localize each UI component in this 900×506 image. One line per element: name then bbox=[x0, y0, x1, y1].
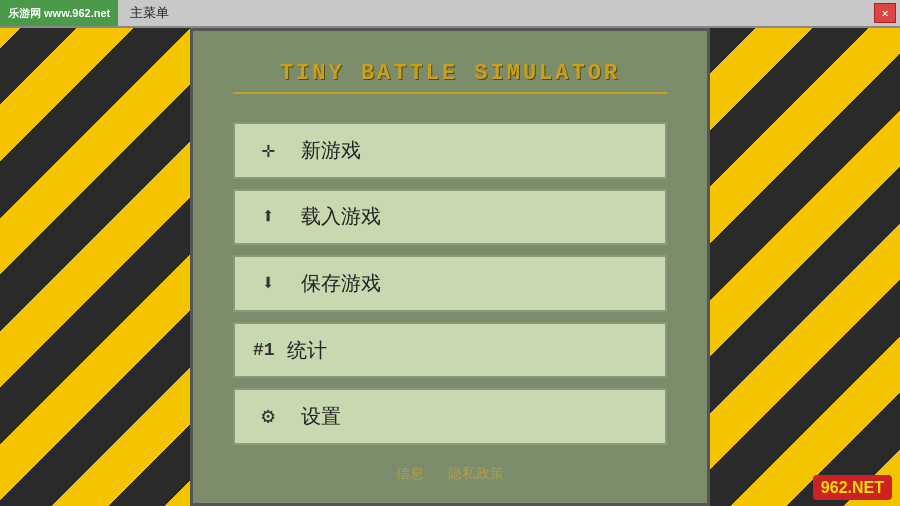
new-game-button[interactable]: ✛ 新游戏 bbox=[233, 122, 667, 179]
main-dialog: Tiny Battle Simulator ✛ 新游戏 ⬆ 载入游戏 ⬇ 保存游… bbox=[190, 28, 710, 506]
corner-logo-right: 962.NET bbox=[813, 479, 892, 498]
game-title: Tiny Battle Simulator bbox=[233, 61, 667, 94]
privacy-link[interactable]: 隐私政策 bbox=[448, 465, 504, 483]
settings-button[interactable]: ⚙ 设置 bbox=[233, 388, 667, 445]
settings-label: 设置 bbox=[301, 403, 341, 430]
title-bar-logo: 乐游网 www.962.net bbox=[0, 0, 118, 26]
window-title: 主菜单 bbox=[130, 4, 169, 22]
load-game-label: 载入游戏 bbox=[301, 203, 381, 230]
new-game-icon: ✛ bbox=[253, 137, 283, 164]
new-game-label: 新游戏 bbox=[301, 137, 361, 164]
save-game-button[interactable]: ⬇ 保存游戏 bbox=[233, 255, 667, 312]
footer-links: 信息 隐私政策 bbox=[396, 455, 504, 483]
logo-962-badge: 962.NET bbox=[813, 475, 892, 500]
save-game-label: 保存游戏 bbox=[301, 270, 381, 297]
close-button[interactable]: ✕ bbox=[874, 3, 896, 23]
stats-number-icon: #1 bbox=[253, 340, 275, 360]
settings-gear-icon: ⚙ bbox=[253, 403, 283, 430]
load-game-icon: ⬆ bbox=[253, 203, 283, 230]
stats-button[interactable]: #1 统计 bbox=[233, 322, 667, 379]
load-game-button[interactable]: ⬆ 载入游戏 bbox=[233, 189, 667, 246]
save-game-icon: ⬇ bbox=[253, 270, 283, 297]
stats-label: 统计 bbox=[287, 337, 327, 364]
title-bar: 乐游网 www.962.net 主菜单 ✕ bbox=[0, 0, 900, 28]
info-link[interactable]: 信息 bbox=[396, 465, 424, 483]
